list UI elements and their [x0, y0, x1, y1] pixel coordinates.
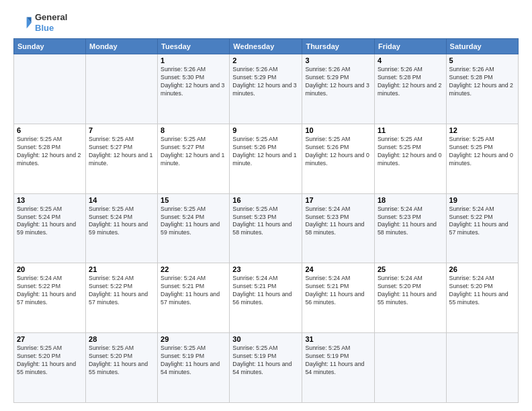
day-info: Sunrise: 5:24 AM Sunset: 5:21 PM Dayligh…: [232, 275, 299, 307]
day-info: Sunrise: 5:25 AM Sunset: 5:25 PM Dayligh…: [449, 136, 515, 168]
calendar-cell: 11Sunrise: 5:25 AM Sunset: 5:25 PM Dayli…: [374, 124, 446, 193]
calendar-cell: 6Sunrise: 5:25 AM Sunset: 5:28 PM Daylig…: [14, 124, 86, 193]
weekday-header: Sunday: [14, 39, 86, 54]
calendar-week-row: 27Sunrise: 5:25 AM Sunset: 5:20 PM Dayli…: [14, 333, 519, 403]
calendar-cell: 23Sunrise: 5:24 AM Sunset: 5:21 PM Dayli…: [230, 263, 302, 333]
day-info: Sunrise: 5:26 AM Sunset: 5:29 PM Dayligh…: [232, 66, 299, 98]
calendar-cell: 31Sunrise: 5:25 AM Sunset: 5:19 PM Dayli…: [302, 333, 375, 403]
calendar-cell: 20Sunrise: 5:24 AM Sunset: 5:22 PM Dayli…: [14, 263, 86, 333]
calendar-cell: 19Sunrise: 5:24 AM Sunset: 5:22 PM Dayli…: [446, 193, 518, 263]
calendar-cell: 14Sunrise: 5:25 AM Sunset: 5:24 PM Dayli…: [86, 193, 158, 263]
day-info: Sunrise: 5:25 AM Sunset: 5:27 PM Dayligh…: [89, 136, 154, 168]
day-info: Sunrise: 5:25 AM Sunset: 5:20 PM Dayligh…: [89, 345, 154, 377]
calendar-week-row: 1Sunrise: 5:26 AM Sunset: 5:30 PM Daylig…: [14, 54, 519, 124]
logo: General Blue: [13, 12, 67, 33]
calendar-cell: 25Sunrise: 5:24 AM Sunset: 5:20 PM Dayli…: [374, 263, 446, 333]
day-number: 24: [305, 265, 371, 273]
calendar-cell: 1Sunrise: 5:26 AM Sunset: 5:30 PM Daylig…: [158, 54, 230, 124]
day-number: 13: [17, 196, 83, 204]
day-info: Sunrise: 5:25 AM Sunset: 5:27 PM Dayligh…: [161, 136, 226, 168]
day-number: 8: [161, 126, 226, 134]
day-number: 23: [232, 265, 299, 273]
calendar-cell: [374, 333, 446, 403]
day-number: 27: [17, 335, 83, 343]
calendar-cell: 18Sunrise: 5:24 AM Sunset: 5:23 PM Dayli…: [374, 193, 446, 263]
day-number: 6: [17, 126, 83, 134]
day-info: Sunrise: 5:26 AM Sunset: 5:28 PM Dayligh…: [449, 66, 515, 98]
day-number: 12: [449, 126, 515, 134]
calendar-cell: 3Sunrise: 5:26 AM Sunset: 5:29 PM Daylig…: [302, 54, 375, 124]
day-number: 26: [449, 265, 515, 273]
calendar-cell: 7Sunrise: 5:25 AM Sunset: 5:27 PM Daylig…: [86, 124, 158, 193]
day-number: 3: [305, 56, 371, 64]
day-info: Sunrise: 5:26 AM Sunset: 5:30 PM Dayligh…: [161, 66, 226, 98]
day-info: Sunrise: 5:24 AM Sunset: 5:22 PM Dayligh…: [89, 275, 154, 307]
day-info: Sunrise: 5:24 AM Sunset: 5:20 PM Dayligh…: [449, 275, 515, 307]
calendar-week-row: 13Sunrise: 5:25 AM Sunset: 5:24 PM Dayli…: [14, 193, 519, 263]
weekday-header: Tuesday: [158, 39, 230, 54]
weekday-header: Thursday: [302, 39, 375, 54]
day-number: 28: [89, 335, 154, 343]
day-info: Sunrise: 5:25 AM Sunset: 5:19 PM Dayligh…: [161, 345, 226, 377]
day-number: 16: [232, 196, 299, 204]
page: General Blue SundayMondayTuesdayWednesda…: [0, 0, 532, 411]
calendar-cell: 29Sunrise: 5:25 AM Sunset: 5:19 PM Dayli…: [158, 333, 230, 403]
calendar-header-row: SundayMondayTuesdayWednesdayThursdayFrid…: [14, 39, 519, 54]
logo-text: General Blue: [35, 12, 67, 33]
calendar-cell: 4Sunrise: 5:26 AM Sunset: 5:28 PM Daylig…: [374, 54, 446, 124]
weekday-header: Monday: [86, 39, 158, 54]
day-info: Sunrise: 5:25 AM Sunset: 5:19 PM Dayligh…: [232, 345, 299, 377]
day-info: Sunrise: 5:24 AM Sunset: 5:20 PM Dayligh…: [378, 275, 443, 307]
calendar-table: SundayMondayTuesdayWednesdayThursdayFrid…: [13, 38, 519, 403]
calendar-week-row: 20Sunrise: 5:24 AM Sunset: 5:22 PM Dayli…: [14, 263, 519, 333]
day-number: 20: [17, 265, 83, 273]
day-info: Sunrise: 5:25 AM Sunset: 5:24 PM Dayligh…: [161, 205, 226, 238]
calendar-cell: 5Sunrise: 5:26 AM Sunset: 5:28 PM Daylig…: [446, 54, 518, 124]
day-number: 29: [161, 335, 226, 343]
day-info: Sunrise: 5:25 AM Sunset: 5:20 PM Dayligh…: [17, 345, 83, 377]
day-number: 30: [232, 335, 299, 343]
day-number: 15: [161, 196, 226, 204]
day-number: 2: [232, 56, 299, 64]
calendar-cell: 21Sunrise: 5:24 AM Sunset: 5:22 PM Dayli…: [86, 263, 158, 333]
calendar-cell: 30Sunrise: 5:25 AM Sunset: 5:19 PM Dayli…: [230, 333, 302, 403]
weekday-header: Wednesday: [230, 39, 302, 54]
weekday-header: Saturday: [446, 39, 518, 54]
calendar-cell: 28Sunrise: 5:25 AM Sunset: 5:20 PM Dayli…: [86, 333, 158, 403]
day-number: 18: [378, 196, 443, 204]
day-info: Sunrise: 5:26 AM Sunset: 5:29 PM Dayligh…: [305, 66, 371, 98]
header: General Blue: [13, 12, 519, 33]
day-number: 22: [161, 265, 226, 273]
day-info: Sunrise: 5:24 AM Sunset: 5:23 PM Dayligh…: [378, 205, 443, 238]
calendar-cell: 13Sunrise: 5:25 AM Sunset: 5:24 PM Dayli…: [14, 193, 86, 263]
calendar-cell: 22Sunrise: 5:24 AM Sunset: 5:21 PM Dayli…: [158, 263, 230, 333]
day-info: Sunrise: 5:25 AM Sunset: 5:19 PM Dayligh…: [305, 345, 371, 377]
day-info: Sunrise: 5:25 AM Sunset: 5:23 PM Dayligh…: [232, 205, 299, 238]
logo-icon: [13, 13, 32, 32]
calendar-week-row: 6Sunrise: 5:25 AM Sunset: 5:28 PM Daylig…: [14, 124, 519, 193]
calendar-cell: [446, 333, 518, 403]
calendar-cell: 2Sunrise: 5:26 AM Sunset: 5:29 PM Daylig…: [230, 54, 302, 124]
calendar-cell: [14, 54, 86, 124]
day-info: Sunrise: 5:24 AM Sunset: 5:22 PM Dayligh…: [17, 275, 83, 307]
day-info: Sunrise: 5:24 AM Sunset: 5:22 PM Dayligh…: [449, 205, 515, 238]
day-number: 21: [89, 265, 154, 273]
day-info: Sunrise: 5:25 AM Sunset: 5:28 PM Dayligh…: [17, 136, 83, 168]
day-number: 17: [305, 196, 371, 204]
day-number: 4: [378, 56, 443, 64]
calendar-cell: 12Sunrise: 5:25 AM Sunset: 5:25 PM Dayli…: [446, 124, 518, 193]
day-info: Sunrise: 5:24 AM Sunset: 5:23 PM Dayligh…: [305, 205, 371, 238]
day-number: 9: [232, 126, 299, 134]
day-info: Sunrise: 5:26 AM Sunset: 5:28 PM Dayligh…: [378, 66, 443, 98]
day-number: 7: [89, 126, 154, 134]
day-info: Sunrise: 5:25 AM Sunset: 5:26 PM Dayligh…: [305, 136, 371, 168]
logo-line1: General: [35, 12, 67, 23]
calendar-cell: 8Sunrise: 5:25 AM Sunset: 5:27 PM Daylig…: [158, 124, 230, 193]
day-info: Sunrise: 5:24 AM Sunset: 5:21 PM Dayligh…: [161, 275, 226, 307]
day-number: 1: [161, 56, 226, 64]
day-number: 14: [89, 196, 154, 204]
day-info: Sunrise: 5:24 AM Sunset: 5:21 PM Dayligh…: [305, 275, 371, 307]
calendar-cell: 26Sunrise: 5:24 AM Sunset: 5:20 PM Dayli…: [446, 263, 518, 333]
day-number: 19: [449, 196, 515, 204]
day-info: Sunrise: 5:25 AM Sunset: 5:26 PM Dayligh…: [232, 136, 299, 168]
